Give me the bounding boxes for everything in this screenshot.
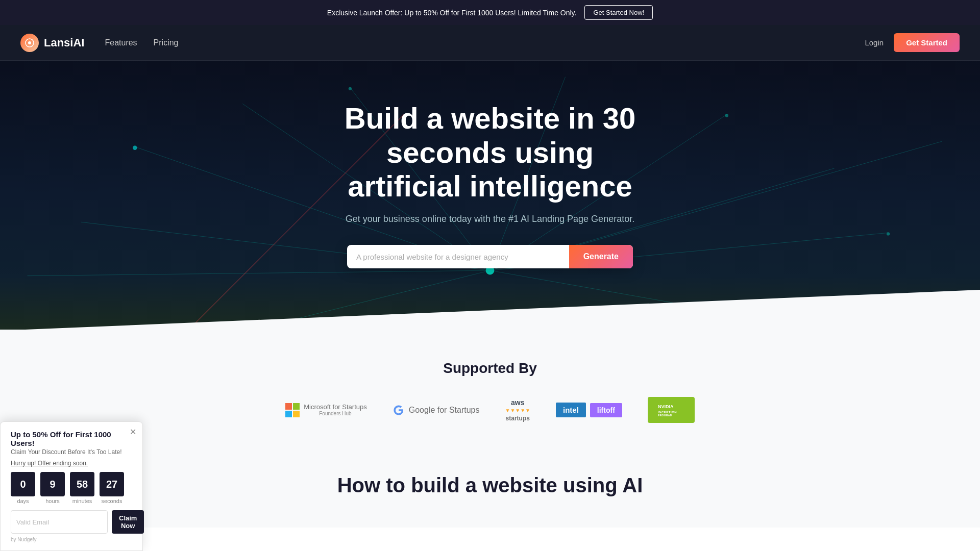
announcement-text: Exclusive Launch Offer: Up to 50% Off fo…	[327, 9, 577, 17]
svg-rect-21	[285, 403, 292, 410]
countdown-timer: 0 days 9 hours 58 minutes 27 seconds	[11, 472, 132, 504]
announcement-bar: Exclusive Launch Offer: Up to 50% Off fo…	[0, 0, 980, 25]
svg-point-20	[133, 146, 137, 150]
login-button[interactable]: Login	[865, 38, 884, 47]
get-started-nav-button[interactable]: Get Started	[894, 33, 960, 52]
countdown-subtitle: Claim Your Discount Before It's Too Late…	[11, 448, 132, 456]
search-input[interactable]	[347, 245, 569, 268]
email-input[interactable]	[11, 510, 108, 528]
navbar: LansiAI Features Pricing Login Get Start…	[0, 25, 980, 61]
search-bar: Generate	[347, 245, 633, 268]
claim-button[interactable]: Claim Now	[112, 510, 144, 528]
supported-section: Supported By Microsoft for StartupsFound…	[0, 330, 980, 443]
aws-logo: aws ▼▼▼▼▼ startups	[505, 398, 530, 422]
intel-liftoff-logo: intel liftoff	[556, 403, 622, 417]
svg-line-11	[27, 270, 490, 276]
minutes-unit: 58 minutes	[70, 472, 94, 504]
svg-rect-23	[285, 411, 292, 417]
supported-heading: Supported By	[20, 360, 960, 377]
google-icon	[393, 404, 405, 416]
minutes-number: 58	[70, 472, 94, 496]
how-heading: How to build a website using AI	[20, 474, 960, 497]
hours-label: hours	[40, 498, 65, 504]
svg-point-1	[28, 41, 31, 44]
days-label: days	[11, 498, 35, 504]
seconds-unit: 27 seconds	[100, 472, 124, 504]
google-logo: Google for Startups	[393, 404, 480, 416]
microsoft-icon	[285, 403, 300, 417]
hero-subtitle: Get your business online today with the …	[346, 214, 634, 224]
svg-point-19	[887, 232, 890, 235]
microsoft-logo: Microsoft for StartupsFounders Hub	[285, 403, 367, 417]
generate-button[interactable]: Generate	[569, 245, 633, 268]
logo-text: LansiAI	[44, 36, 84, 49]
svg-line-13	[490, 270, 673, 303]
announcement-cta[interactable]: Get Started Now!	[584, 5, 653, 20]
seconds-number: 27	[100, 472, 124, 496]
hero-section: Build a website in 30 seconds using arti…	[0, 61, 980, 330]
logo-icon	[20, 34, 39, 52]
hours-number: 9	[40, 472, 65, 496]
svg-point-18	[725, 114, 728, 117]
svg-text:NVIDIA: NVIDIA	[658, 404, 674, 409]
countdown-title: Up to 50% Off for First 1000 Users!	[11, 430, 132, 447]
svg-text:PROGRAM: PROGRAM	[658, 414, 672, 416]
hours-unit: 9 hours	[40, 472, 65, 504]
countdown-close-button[interactable]: ✕	[130, 427, 136, 437]
nvidia-icon: NVIDIA INCEPTION PROGRAM	[656, 401, 687, 416]
nav-pricing-link[interactable]: Pricing	[154, 38, 179, 47]
days-unit: 0 days	[11, 472, 35, 504]
svg-line-12	[297, 270, 490, 319]
seconds-label: seconds	[100, 498, 124, 504]
logos-row: Microsoft for StartupsFounders Hub Googl…	[20, 397, 960, 423]
logo-link[interactable]: LansiAI	[20, 34, 84, 52]
how-section: How to build a website using AI	[0, 443, 980, 528]
days-number: 0	[11, 472, 35, 496]
minutes-label: minutes	[70, 498, 94, 504]
svg-rect-22	[293, 403, 300, 410]
countdown-form: Claim Now	[11, 510, 132, 528]
countdown-hurry[interactable]: Hurry up! Offer ending soon.	[11, 460, 132, 467]
hero-heading: Build a website in 30 seconds using arti…	[286, 102, 694, 204]
countdown-widget: ✕ Up to 50% Off for First 1000 Users! Cl…	[0, 421, 143, 528]
nav-features-link[interactable]: Features	[105, 38, 137, 47]
nvidia-logo: NVIDIA INCEPTION PROGRAM	[648, 397, 695, 423]
svg-rect-24	[293, 411, 300, 417]
svg-point-17	[349, 87, 352, 90]
nav-right: Login Get Started	[865, 33, 960, 52]
nav-links: Features Pricing	[105, 38, 178, 47]
